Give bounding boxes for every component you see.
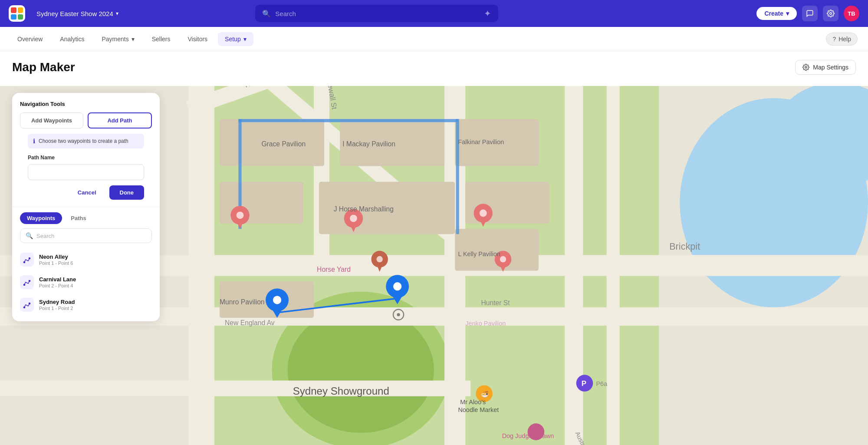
- svg-point-0: [830, 13, 832, 15]
- logo-dot-red: [11, 7, 16, 13]
- list-item-text: Neon Alley Point 1 - Point 6: [39, 254, 152, 266]
- svg-rect-12: [0, 381, 470, 396]
- logo-dot-green: [18, 14, 23, 20]
- nav-sellers[interactable]: Sellers: [145, 32, 178, 46]
- list-item-text: Carnival Lane Point 2 - Point 4: [39, 276, 152, 288]
- svg-point-83: [29, 303, 30, 304]
- svg-rect-66: [607, 86, 620, 445]
- nav-tools-title: Navigation Tools: [20, 101, 152, 107]
- tabs-row: Waypoints Paths: [12, 207, 160, 224]
- map-container[interactable]: Grace Pavilion I Mackay Pavilion Falkina…: [0, 86, 868, 445]
- page: Map Maker Map Settings: [0, 51, 868, 445]
- svg-text:Dog Judging Lawn: Dog Judging Lawn: [502, 432, 554, 439]
- nav-setup[interactable]: Setup ▾: [218, 32, 253, 46]
- svg-text:Brickpit: Brickpit: [669, 241, 700, 252]
- tab-waypoints[interactable]: Waypoints: [20, 212, 62, 224]
- side-panel: Navigation Tools Add Waypoints Add Path …: [12, 93, 160, 321]
- settings-button[interactable]: [823, 6, 838, 21]
- add-path-button[interactable]: Add Path: [88, 112, 152, 129]
- logo-dot-blue: [11, 14, 16, 20]
- list-item[interactable]: Neon Alley Point 1 - Point 6: [12, 248, 160, 271]
- create-button[interactable]: Create ▾: [756, 7, 797, 20]
- navigation-tools-section: Navigation Tools Add Waypoints Add Path …: [12, 93, 160, 207]
- svg-point-45: [273, 296, 281, 304]
- header: Sydney Easter Show 2024 ▾ 🔍 ✦ Create ▾ T…: [0, 0, 868, 27]
- svg-point-78: [24, 262, 25, 263]
- svg-text:Grace Pavilion: Grace Pavilion: [261, 140, 306, 148]
- event-name: Sydney Easter Show 2024: [36, 10, 113, 17]
- svg-rect-25: [238, 119, 458, 122]
- list-item[interactable]: Carnival Lane Point 2 - Point 4: [12, 271, 160, 293]
- action-buttons: Cancel Done: [20, 180, 152, 207]
- map-settings-button[interactable]: Map Settings: [795, 60, 856, 75]
- svg-rect-65: [565, 86, 583, 445]
- path-name-section: Path Name: [20, 148, 152, 180]
- chevron-down-icon: ▾: [786, 10, 789, 17]
- chevron-down-icon: ▾: [243, 36, 247, 43]
- info-banner: ℹ Choose two waypoints to create a path: [28, 134, 144, 148]
- search-row: 🔍: [12, 224, 160, 247]
- path-name-input[interactable]: [28, 164, 144, 180]
- path-icon: [20, 253, 34, 267]
- page-title: Map Maker: [12, 60, 75, 74]
- nav-analytics[interactable]: Analytics: [53, 32, 91, 46]
- list-item-text: Sydney Road Point 1 - Point 2: [39, 299, 152, 311]
- svg-point-36: [480, 210, 487, 217]
- svg-text:I Mackay Pavilion: I Mackay Pavilion: [342, 140, 395, 148]
- svg-text:J Horse Marshalling: J Horse Marshalling: [334, 205, 394, 213]
- header-actions: Create ▾ TB: [756, 6, 859, 21]
- svg-point-39: [376, 256, 382, 262]
- gear-icon: [802, 64, 809, 71]
- search-bar: 🔍 ✦: [255, 5, 498, 22]
- path-name-label: Path Name: [28, 155, 144, 161]
- svg-text:🍜: 🍜: [481, 390, 489, 398]
- paths-list: Neon Alley Point 1 - Point 6 Carnival La…: [12, 247, 160, 321]
- nav-visitors[interactable]: Visitors: [181, 32, 214, 46]
- help-button[interactable]: ? Help: [826, 33, 858, 46]
- svg-text:Munro Pavilion: Munro Pavilion: [220, 298, 265, 306]
- chevron-down-icon: ▾: [132, 36, 135, 43]
- svg-text:Hunter St: Hunter St: [481, 299, 510, 307]
- svg-text:P6a: P6a: [596, 380, 608, 387]
- svg-text:Sydney Showground: Sydney Showground: [293, 385, 389, 397]
- svg-text:Horse Yard: Horse Yard: [317, 266, 351, 273]
- svg-point-1: [805, 66, 807, 68]
- nav-overview[interactable]: Overview: [10, 32, 49, 46]
- svg-point-48: [393, 282, 401, 290]
- svg-text:L Kelly Pavilion: L Kelly Pavilion: [458, 251, 500, 257]
- event-selector[interactable]: Sydney Easter Show 2024 ▾: [32, 7, 123, 20]
- chevron-down-icon: ▾: [116, 10, 118, 16]
- logo[interactable]: [9, 5, 25, 22]
- page-header: Map Maker Map Settings: [0, 51, 868, 82]
- help-icon: ?: [832, 36, 836, 43]
- done-button[interactable]: Done: [109, 185, 145, 200]
- svg-point-42: [500, 256, 506, 262]
- waypoint-search-input[interactable]: [36, 233, 146, 239]
- search-input-wrapper: 🔍: [20, 228, 152, 243]
- svg-point-82: [24, 307, 25, 308]
- nav-payments[interactable]: Payments ▾: [95, 32, 141, 46]
- logo-dot-yellow: [18, 7, 23, 13]
- tool-buttons: Add Waypoints Add Path: [20, 112, 152, 129]
- add-waypoints-button[interactable]: Add Waypoints: [20, 112, 83, 129]
- svg-text:Jenko Pavilion: Jenko Pavilion: [465, 320, 506, 327]
- svg-point-50: [397, 313, 400, 316]
- svg-point-30: [237, 211, 244, 219]
- svg-text:Falkinar Pavilion: Falkinar Pavilion: [458, 138, 504, 145]
- svg-point-80: [24, 284, 25, 286]
- svg-text:Mr Aloo's: Mr Aloo's: [460, 399, 486, 405]
- svg-point-79: [29, 258, 30, 259]
- messages-button[interactable]: [802, 6, 818, 21]
- nav: Overview Analytics Payments ▾ Sellers Vi…: [0, 27, 868, 51]
- ai-icon: ✦: [484, 8, 491, 19]
- cancel-button[interactable]: Cancel: [69, 185, 105, 200]
- list-item[interactable]: Sydney Road Point 1 - Point 2: [12, 293, 160, 316]
- tab-paths[interactable]: Paths: [64, 212, 93, 224]
- svg-text:P: P: [582, 379, 586, 388]
- search-icon: 🔍: [262, 10, 271, 18]
- path-icon: [20, 275, 34, 289]
- avatar[interactable]: TB: [844, 6, 859, 21]
- search-input[interactable]: [275, 10, 480, 17]
- svg-point-33: [350, 215, 357, 222]
- svg-point-81: [29, 280, 30, 282]
